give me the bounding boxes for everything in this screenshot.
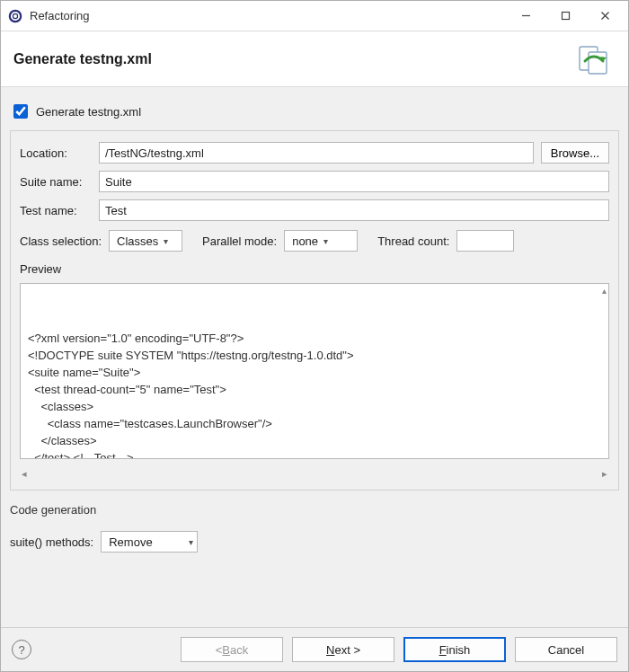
title-bar: Refactoring — [1, 1, 628, 31]
parallel-mode-combo[interactable]: none ▾ — [284, 230, 358, 252]
class-selection-combo[interactable]: Classes ▾ — [109, 230, 182, 252]
suite-name-label: Suite name: — [20, 175, 92, 189]
svg-point-1 — [13, 13, 17, 18]
chevron-down-icon: ▾ — [164, 236, 168, 246]
scroll-up-icon[interactable]: ▴ — [602, 286, 607, 296]
footer: ? < Back Next > Finish Cancel — [1, 628, 628, 671]
test-name-label: Test name: — [20, 204, 92, 217]
minimize-button[interactable] — [506, 3, 545, 30]
app-icon — [8, 9, 22, 23]
preview-horizontal-scrollbar[interactable]: ◂ ▸ — [20, 466, 609, 481]
codegen-section-title: Code generation — [10, 503, 619, 517]
back-button[interactable]: < Back — [181, 637, 283, 662]
content-area: Generate testng.xml Location: Browse... … — [1, 87, 628, 627]
chevron-down-icon: ▾ — [323, 236, 328, 246]
help-button[interactable]: ? — [12, 640, 31, 659]
maximize-button[interactable] — [545, 3, 585, 30]
window-title: Refactoring — [30, 9, 89, 22]
class-selection-label: Class selection: — [20, 234, 102, 248]
generate-checkbox[interactable] — [13, 104, 28, 119]
svg-rect-3 — [562, 13, 569, 20]
chevron-down-icon: ▾ — [189, 537, 193, 547]
location-label: Location: — [20, 146, 92, 160]
thread-count-input[interactable] — [456, 230, 514, 252]
class-selection-value: Classes — [117, 234, 158, 248]
parallel-mode-label: Parallel mode: — [202, 234, 277, 248]
suite-methods-label: suite() methods: — [10, 535, 93, 549]
suite-methods-combo[interactable]: Remove ▾ — [101, 531, 198, 553]
location-input[interactable] — [99, 142, 534, 164]
location-row: Location: Browse... — [20, 142, 609, 164]
page-title: Generate testng.xml — [13, 51, 576, 67]
thread-count-label: Thread count: — [377, 234, 449, 248]
generate-checkbox-label: Generate testng.xml — [36, 105, 141, 119]
form-group: Location: Browse... Suite name: Test nam… — [10, 130, 619, 491]
suite-name-input[interactable] — [99, 171, 609, 192]
parallel-mode-value: none — [292, 234, 318, 248]
scroll-right-icon[interactable]: ▸ — [602, 468, 607, 480]
page-banner: Generate testng.xml — [1, 31, 628, 87]
browse-button[interactable]: Browse... — [541, 142, 609, 164]
suite-methods-value: Remove — [109, 535, 152, 549]
test-name-input[interactable] — [99, 199, 609, 221]
refactor-icon — [576, 41, 616, 77]
next-button[interactable]: Next > — [292, 637, 394, 662]
finish-button[interactable]: Finish — [403, 637, 506, 662]
cancel-button[interactable]: Cancel — [515, 637, 617, 662]
svg-rect-7 — [589, 52, 607, 74]
close-button[interactable] — [585, 3, 625, 30]
preview-label: Preview — [20, 262, 609, 276]
test-name-row: Test name: — [20, 199, 609, 221]
preview-content: <?xml version="1.0" encoding="UTF-8"?><!… — [28, 330, 601, 459]
options-row: Class selection: Classes ▾ Parallel mode… — [20, 230, 609, 252]
suite-methods-row: suite() methods: Remove ▾ — [10, 531, 619, 553]
suite-name-row: Suite name: — [20, 171, 609, 192]
generate-checkbox-row: Generate testng.xml — [10, 96, 619, 130]
scroll-left-icon[interactable]: ◂ — [22, 468, 27, 480]
preview-textarea[interactable]: ▴ <?xml version="1.0" encoding="UTF-8"?>… — [20, 283, 609, 459]
